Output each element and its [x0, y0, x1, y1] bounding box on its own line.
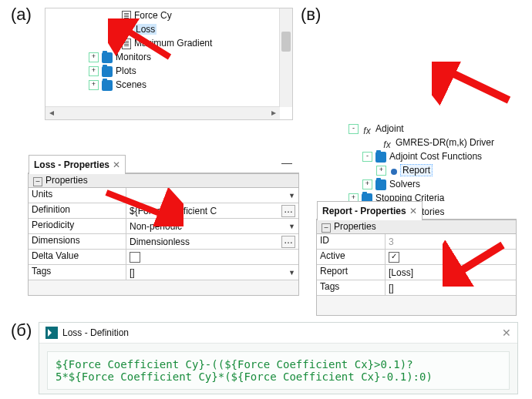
tree-item[interactable]: +Report — [319, 163, 518, 177]
panel-tab-loss[interactable]: Loss - Properties✕ — [29, 155, 126, 174]
app-logo-icon — [45, 327, 58, 339]
tree-item-label: Force Cy — [134, 10, 172, 21]
doc-icon — [122, 39, 131, 49]
folder-icon — [102, 52, 113, 63]
properties-header[interactable]: –Properties — [317, 220, 516, 234]
ellipsis-button[interactable]: … — [281, 236, 295, 248]
property-value[interactable]: Non-periodic▼ — [126, 219, 298, 233]
tree-item-label: Monitors — [116, 52, 151, 62]
tree-toggle[interactable]: + — [89, 66, 99, 76]
tree-toggle[interactable]: + — [362, 179, 372, 189]
tree-item-label: Report — [400, 164, 433, 176]
property-key: Dimensions — [29, 234, 126, 249]
property-value[interactable]: [] — [386, 280, 516, 295]
scroll-left-icon[interactable]: ◂ — [45, 107, 58, 119]
tree-item-label: GMRES-DR(m,k) Driver — [396, 137, 494, 148]
properties-header[interactable]: –Properties — [29, 173, 298, 188]
doc-icon — [122, 11, 131, 22]
property-value[interactable]: [Loss] — [386, 265, 516, 280]
property-value[interactable]: ✓ — [386, 250, 516, 264]
fx-icon: fx — [362, 124, 372, 135]
tree-item-label: Solvers — [389, 179, 420, 189]
section-label-c: (в) — [301, 5, 321, 25]
tree-item[interactable]: -fxAdjoint — [319, 122, 518, 136]
scrollbar-horizontal[interactable]: ◂ ▸ — [45, 106, 280, 119]
tree-item-label: Maximum Gradient — [134, 38, 212, 49]
titlebar[interactable]: Loss - Definition ✕ — [39, 323, 517, 344]
fx-icon: fx — [382, 138, 392, 149]
loss-properties-panel: Loss - Properties✕ — –Properties Units▼D… — [28, 173, 299, 296]
close-icon[interactable]: ✕ — [113, 159, 120, 170]
property-row[interactable]: ID3 — [317, 234, 516, 250]
property-row[interactable]: Definition${Force Coefficient C… — [29, 203, 298, 219]
property-row[interactable]: Delta Value — [29, 250, 298, 265]
property-row[interactable]: Tags[] — [317, 280, 516, 296]
close-icon[interactable]: ✕ — [409, 206, 417, 216]
loss-definition-window: Loss - Definition ✕ ${Force Coefficient … — [39, 322, 518, 394]
property-key: Delta Value — [29, 250, 126, 264]
tree-item-label: Loss — [134, 24, 157, 35]
folder-icon — [375, 152, 386, 163]
property-row[interactable]: Units▼ — [29, 188, 298, 203]
property-row[interactable]: PeriodicityNon-periodic▼ — [29, 219, 298, 234]
tree-item[interactable]: Loss — [45, 22, 292, 36]
property-row[interactable]: Tags[]▼ — [29, 265, 298, 280]
close-icon[interactable]: ✕ — [502, 327, 511, 339]
tree-item[interactable]: +Plots — [45, 64, 292, 78]
scroll-right-icon[interactable]: ▸ — [268, 107, 280, 119]
tree-toggle[interactable]: - — [348, 124, 359, 134]
property-value[interactable]: ▼ — [126, 188, 298, 203]
tree-item[interactable]: +Scenes — [45, 78, 292, 92]
panel-tab-report[interactable]: Report - Properties✕ — [317, 201, 423, 220]
doc-icon — [122, 25, 131, 35]
tree-item[interactable]: +Solvers — [319, 177, 518, 191]
scrollbar-vertical[interactable] — [279, 8, 292, 107]
tree-item[interactable]: fxGMRES-DR(m,k) Driver — [319, 136, 518, 149]
ellipsis-button[interactable]: … — [281, 205, 295, 217]
property-key: Definition — [29, 203, 126, 218]
property-row[interactable]: Active✓ — [317, 250, 516, 265]
property-value[interactable]: 3 — [386, 234, 516, 249]
folder-icon — [375, 179, 386, 190]
tree-item-label: Adjoint — [375, 123, 404, 134]
folder-icon — [102, 80, 113, 91]
tree-item-label: Plots — [116, 65, 136, 76]
tree-item[interactable]: -Adjoint Cost Functions — [319, 149, 518, 163]
tree-item[interactable]: Maximum Gradient — [45, 36, 292, 50]
minimize-button[interactable]: — — [281, 156, 292, 169]
dropdown-icon[interactable]: ▼ — [288, 269, 295, 277]
property-key: Active — [317, 250, 386, 264]
property-key: Periodicity — [29, 219, 126, 233]
bullet-icon — [391, 169, 397, 175]
definition-code[interactable]: ${Force Coefficient Cy}-((${Force Coeffi… — [47, 351, 510, 390]
svg-line-1 — [441, 68, 509, 100]
window-title: Loss - Definition — [62, 327, 129, 338]
tree-item[interactable]: Force Cy — [45, 8, 292, 22]
property-value[interactable]: ${Force Coefficient C… — [126, 203, 298, 218]
tree-toggle[interactable]: + — [89, 52, 99, 62]
property-key: Units — [29, 188, 126, 203]
property-key: ID — [317, 234, 386, 249]
report-properties-panel: Report - Properties✕ –Properties ID3Acti… — [316, 219, 517, 316]
section-label-a: (а) — [11, 5, 32, 25]
checkbox[interactable] — [130, 252, 140, 263]
checkbox[interactable]: ✓ — [389, 252, 399, 263]
property-row[interactable]: Report[Loss] — [317, 265, 516, 280]
panel-title: Report - Properties — [322, 206, 406, 216]
tree-item[interactable]: +Monitors — [45, 50, 292, 64]
tree-item-label: Scenes — [116, 79, 146, 90]
tree-toggle[interactable]: + — [376, 166, 386, 176]
dropdown-icon[interactable]: ▼ — [288, 192, 295, 200]
folder-icon — [102, 66, 113, 77]
property-value[interactable] — [126, 250, 298, 264]
arrow-callout-icon — [432, 62, 517, 108]
tree-toggle[interactable]: - — [362, 152, 372, 162]
tree-a[interactable]: Force CyLossMaximum Gradient+Monitors+Pl… — [45, 8, 293, 120]
property-row[interactable]: DimensionsDimensionless… — [29, 234, 298, 250]
property-value[interactable]: []▼ — [126, 265, 298, 280]
property-key: Tags — [317, 280, 386, 295]
property-value[interactable]: Dimensionless… — [126, 234, 298, 249]
dropdown-icon[interactable]: ▼ — [288, 223, 295, 230]
tree-toggle[interactable]: + — [89, 80, 99, 90]
panel-title: Loss - Properties — [34, 159, 109, 170]
